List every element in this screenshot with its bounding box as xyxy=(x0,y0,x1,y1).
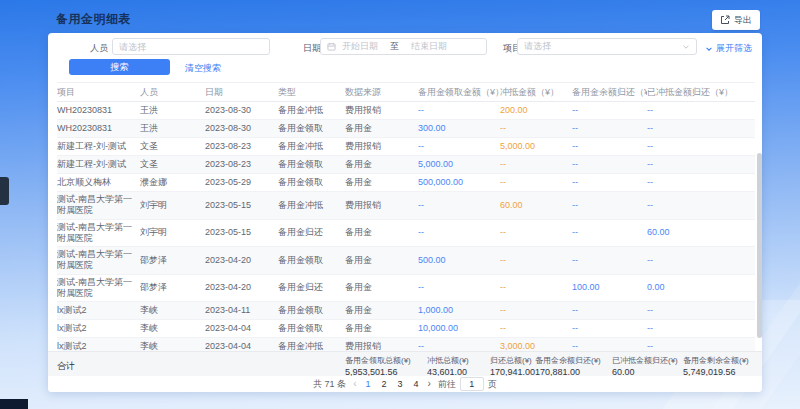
cell-person: 刘宇明 xyxy=(140,219,205,247)
column-header-balance-returned: 备用金余额归还（¥） xyxy=(572,83,647,102)
next-page-arrow[interactable]: › xyxy=(428,379,431,389)
project-select[interactable]: 请选择 xyxy=(517,38,697,55)
summary-stat: 已冲抵金额归还(¥)60.00 xyxy=(612,355,678,377)
table-row[interactable]: lx测试2李峡2023-04-11备用金领取备用金1,000.00------ xyxy=(57,302,755,320)
cell-balance-returned: -- xyxy=(572,338,647,352)
table-row[interactable]: 北京顺义梅林濮金娜2023-05-29备用金领取备用金500,000.00---… xyxy=(57,174,755,192)
cell-received-amount: 5,000.00 xyxy=(418,156,500,174)
summary-stat: 备用金剩余金额(¥)5,749,019.56 xyxy=(683,355,749,377)
cell-project: 新建工程-刘-测试 xyxy=(57,138,140,156)
table-row[interactable]: 新建工程-刘-测试文圣2023-08-23备用金领取备用金5,000.00---… xyxy=(57,156,755,174)
table-row[interactable]: 测试-南昌大学第一附属医院邵梦泽2023-04-20备用金领取备用金500.00… xyxy=(57,247,755,275)
cell-type: 备用金冲抵 xyxy=(278,192,345,220)
table-row[interactable]: lx测试2李峡2023-04-04备用金领取备用金10,000.00------ xyxy=(57,320,755,338)
cell-received-amount: 500.00 xyxy=(418,247,500,275)
cell-date: 2023-04-20 xyxy=(205,247,278,275)
cell-received-amount: -- xyxy=(418,274,500,302)
page-number-4[interactable]: 4 xyxy=(412,379,421,389)
date-range-input[interactable]: 开始日期 至 结束日期 xyxy=(320,38,487,55)
goto-page-input[interactable] xyxy=(460,377,484,391)
summary-stat-label: 备用金领取总额(¥) xyxy=(345,355,411,366)
summary-stat: 备用金领取总额(¥)5,953,501.56 xyxy=(345,355,411,377)
pagination-bar: 共 71 条 ‹ 1234 › 前往 页 xyxy=(48,376,762,392)
cell-project: 测试-南昌大学第一附属医院 xyxy=(57,192,140,220)
cell-received-amount: -- xyxy=(418,338,500,352)
search-button[interactable]: 搜索 xyxy=(69,59,170,75)
prev-page-arrow[interactable]: ‹ xyxy=(353,379,356,389)
page-number-2[interactable]: 2 xyxy=(379,379,388,389)
date-start-placeholder[interactable]: 开始日期 xyxy=(342,40,378,53)
person-select-input[interactable] xyxy=(112,38,270,55)
cell-balance-returned: 100.00 xyxy=(572,274,647,302)
cell-offset-returned: -- xyxy=(647,192,755,220)
cell-received-amount: 10,000.00 xyxy=(418,320,500,338)
expand-filters-link[interactable]: 展开筛选 xyxy=(705,42,752,55)
column-header-offset-amount: 冲抵金额（¥） xyxy=(500,83,572,102)
cell-received-amount: -- xyxy=(418,138,500,156)
table-row[interactable]: lx测试2李峡2023-04-04备用金冲抵费用报销--3,000.00---- xyxy=(57,338,755,352)
cell-offset-amount: 3,000.00 xyxy=(500,338,572,352)
cell-offset-amount: 200.00 xyxy=(500,102,572,120)
cell-type: 备用金领取 xyxy=(278,320,345,338)
cell-type: 备用金冲抵 xyxy=(278,138,345,156)
cell-balance-returned: -- xyxy=(572,156,647,174)
table-row[interactable]: WH20230831王洪2023-08-30备用金冲抵费用报销--200.00-… xyxy=(57,102,755,120)
cell-source: 备用金 xyxy=(345,247,418,275)
cell-source: 备用金 xyxy=(345,174,418,192)
chevron-down-icon xyxy=(705,45,713,53)
cell-project: 测试-南昌大学第一附属医院 xyxy=(57,219,140,247)
summary-stat-label: 已冲抵金额归还(¥) xyxy=(612,355,678,366)
goto-page-label: 前往 xyxy=(438,378,456,391)
summary-row: 合计 备用金领取总额(¥)5,953,501.56冲抵总额(¥)43,601.0… xyxy=(48,351,762,376)
cell-type: 备用金领取 xyxy=(278,174,345,192)
cell-offset-returned: -- xyxy=(647,247,755,275)
table-row[interactable]: 新建工程-刘-测试文圣2023-08-23备用金冲抵费用报销--5,000.00… xyxy=(57,138,755,156)
cell-offset-amount: 60.00 xyxy=(500,192,572,220)
cell-balance-returned: -- xyxy=(572,192,647,220)
clear-search-link[interactable]: 清空搜索 xyxy=(185,62,221,75)
page-number-3[interactable]: 3 xyxy=(396,379,405,389)
goto-page-suffix: 页 xyxy=(488,378,497,391)
cell-person: 濮金娜 xyxy=(140,174,205,192)
cell-type: 备用金归还 xyxy=(278,219,345,247)
page-number-1[interactable]: 1 xyxy=(363,379,372,389)
date-filter-label: 日期 xyxy=(303,42,321,55)
summary-stat-label: 冲抵总额(¥) xyxy=(427,355,469,366)
column-header-offset-returned: 已冲抵金额归还（¥） xyxy=(647,83,755,102)
cell-date: 2023-04-20 xyxy=(205,274,278,302)
cell-offset-amount: -- xyxy=(500,219,572,247)
table-row[interactable]: WH20230831王洪2023-08-30备用金领取备用金300.00----… xyxy=(57,120,755,138)
cell-person: 文圣 xyxy=(140,138,205,156)
cell-offset-returned: 0.00 xyxy=(647,274,755,302)
cell-offset-returned: -- xyxy=(647,302,755,320)
cell-received-amount: -- xyxy=(418,192,500,220)
cell-received-amount: 1,000.00 xyxy=(418,302,500,320)
cell-offset-amount: -- xyxy=(500,120,572,138)
table-scrollbar[interactable] xyxy=(757,153,762,338)
cell-type: 备用金冲抵 xyxy=(278,102,345,120)
export-button[interactable]: 导出 xyxy=(712,10,760,30)
cell-project: 新建工程-刘-测试 xyxy=(57,156,140,174)
expand-filters-label: 展开筛选 xyxy=(716,42,752,55)
cell-balance-returned: -- xyxy=(572,219,647,247)
summary-stat-label: 备用金剩余金额(¥) xyxy=(683,355,749,366)
table-row[interactable]: 测试-南昌大学第一附属医院刘宇明2023-05-15备用金归还备用金------… xyxy=(57,219,755,247)
cell-date: 2023-05-29 xyxy=(205,174,278,192)
person-filter-label: 人员 xyxy=(90,42,108,55)
cell-person: 文圣 xyxy=(140,156,205,174)
table-row[interactable]: 测试-南昌大学第一附属医院邵梦泽2023-04-20备用金归还备用金----10… xyxy=(57,274,755,302)
collapsed-sidebar-handle[interactable] xyxy=(0,177,9,205)
cell-date: 2023-04-04 xyxy=(205,338,278,352)
cell-offset-returned: -- xyxy=(647,138,755,156)
cell-person: 刘宇明 xyxy=(140,192,205,220)
cell-source: 费用报销 xyxy=(345,138,418,156)
pagination-total: 共 71 条 xyxy=(313,378,346,391)
cell-date: 2023-04-04 xyxy=(205,320,278,338)
cell-date: 2023-08-23 xyxy=(205,138,278,156)
cell-person: 邵梦泽 xyxy=(140,274,205,302)
date-end-placeholder[interactable]: 结束日期 xyxy=(411,40,447,53)
cell-type: 备用金领取 xyxy=(278,120,345,138)
cell-date: 2023-05-15 xyxy=(205,219,278,247)
table-row[interactable]: 测试-南昌大学第一附属医院刘宇明2023-05-15备用金冲抵费用报销--60.… xyxy=(57,192,755,220)
cell-date: 2023-08-30 xyxy=(205,102,278,120)
